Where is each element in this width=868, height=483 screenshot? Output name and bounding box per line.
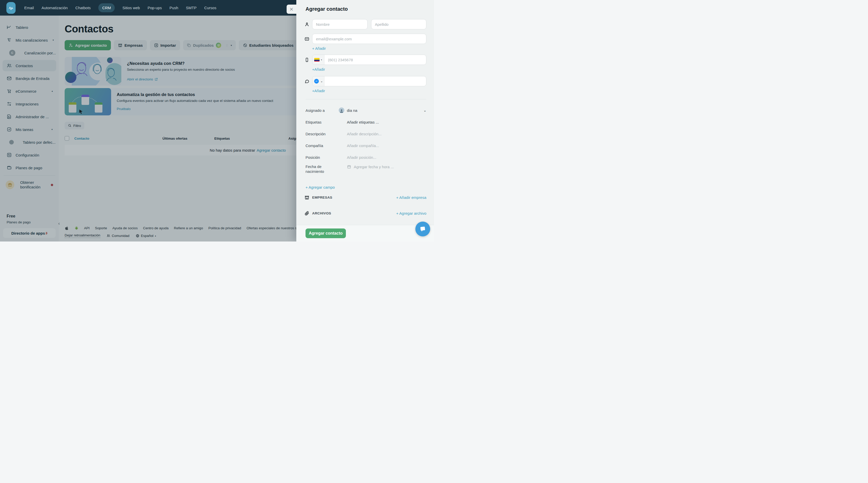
name-row (306, 19, 426, 29)
phone-input-group: ▼ (312, 55, 426, 65)
envelope-icon (305, 36, 312, 41)
add-company-link[interactable]: + Añadir empresa (396, 195, 426, 200)
submit-add-contact-button[interactable]: Agregar contacto (306, 228, 346, 238)
assignee-avatar (339, 107, 344, 113)
close-drawer-button[interactable]: ✕ (287, 5, 296, 14)
birthdate-row[interactable]: Fecha de nacimiento Agregar fecha y hora… (306, 163, 426, 181)
country-flag-selector[interactable]: ▼ (312, 55, 324, 65)
drawer-footer: Agregar contacto (296, 225, 434, 242)
building-icon (305, 195, 312, 200)
add-contact-drawer: ✕ Agregar contacto + Añadir (296, 0, 434, 242)
description-label: Descripción (306, 131, 337, 136)
chevron-down-icon[interactable]: ⌄ (424, 108, 426, 112)
messenger-row: ⌄ (306, 76, 426, 86)
chat-widget-button[interactable] (415, 222, 430, 236)
primary-nav: Email Automatización Chatbots CRM Sitios… (24, 3, 216, 12)
nav-smtp[interactable]: SMTP (186, 6, 197, 10)
position-row[interactable]: Posición Añadir posición... (306, 151, 426, 163)
drawer-title: Agregar contacto (306, 0, 426, 12)
assigned-label: Asignado a (306, 108, 337, 113)
add-messenger-link[interactable]: +Añadir (312, 89, 426, 93)
files-section: ARCHIVOS + Agregar archivo (306, 205, 426, 221)
first-name-input[interactable] (312, 19, 368, 29)
add-file-link[interactable]: + Agregar archivo (396, 211, 426, 216)
company-label: Compañía (306, 143, 337, 148)
tags-label: Etiquetas (306, 120, 337, 125)
messenger-input[interactable] (324, 76, 426, 86)
email-row (306, 34, 426, 44)
nav-email[interactable]: Email (24, 6, 34, 10)
tags-row[interactable]: Etiquetas Añadir etiquetas ... (306, 116, 426, 128)
nav-automatizacion[interactable]: Automatización (42, 6, 68, 10)
nav-crm[interactable]: CRM (98, 3, 115, 12)
files-section-label: ARCHIVOS (312, 212, 331, 215)
birthdate-placeholder: Agregar fecha y hora ... (354, 165, 394, 169)
colombia-flag-icon (314, 58, 319, 62)
company-placeholder: Añadir compañía... (347, 143, 379, 148)
add-phone-link[interactable]: +Añadir (312, 67, 426, 71)
drawer-divider (306, 99, 426, 99)
paperclip-icon (305, 211, 312, 216)
company-row[interactable]: Compañía Añadir compañía... (306, 140, 426, 151)
field-list: Asignado a dia na ⌄ Etiquetas Añadir eti… (306, 104, 426, 181)
nav-chatbots[interactable]: Chatbots (75, 6, 91, 10)
description-placeholder: Añadir descripción... (347, 132, 382, 136)
messenger-type-selector[interactable]: ⌄ (312, 76, 324, 86)
calendar-icon (347, 165, 351, 169)
nav-push[interactable]: Push (169, 6, 178, 10)
nav-popups[interactable]: Pop-ups (148, 6, 162, 10)
description-row[interactable]: Descripción Añadir descripción... (306, 128, 426, 140)
position-label: Posición (306, 155, 337, 160)
position-placeholder: Añadir posición... (347, 155, 376, 160)
last-name-input[interactable] (371, 19, 427, 29)
add-email-link[interactable]: + Añadir (312, 46, 426, 51)
chat-icon (305, 79, 312, 84)
phone-row: ▼ (306, 55, 426, 65)
nav-sitios-web[interactable]: Sitios web (122, 6, 140, 10)
nav-cursos[interactable]: Cursos (204, 6, 216, 10)
close-icon: ✕ (289, 6, 293, 12)
email-input[interactable] (312, 34, 426, 44)
person-icon (305, 22, 312, 27)
tags-value: Añadir etiquetas ... (347, 120, 379, 124)
add-field-link[interactable]: + Agregar campo (306, 185, 426, 189)
messenger-input-group: ⌄ (312, 76, 426, 86)
companies-section-label: EMPRESAS (312, 196, 332, 199)
messenger-icon (314, 78, 319, 84)
assigned-value: dia na (347, 108, 358, 112)
phone-icon (305, 58, 312, 62)
chevron-down-icon: ⌄ (320, 79, 322, 83)
companies-section: EMPRESAS + Añadir empresa (306, 189, 426, 205)
chevron-down-icon: ▼ (320, 59, 322, 61)
pulse-logo-icon[interactable] (6, 2, 16, 14)
crm-app: Email Automatización Chatbots CRM Sitios… (0, 0, 434, 242)
drawer-body: Agregar contacto + Añadir ▼ (296, 0, 434, 221)
assigned-row[interactable]: Asignado a dia na ⌄ (306, 104, 426, 116)
birthdate-label: Fecha de nacimiento (306, 164, 337, 174)
chat-bubble-icon (419, 225, 427, 233)
phone-input[interactable] (324, 55, 426, 65)
